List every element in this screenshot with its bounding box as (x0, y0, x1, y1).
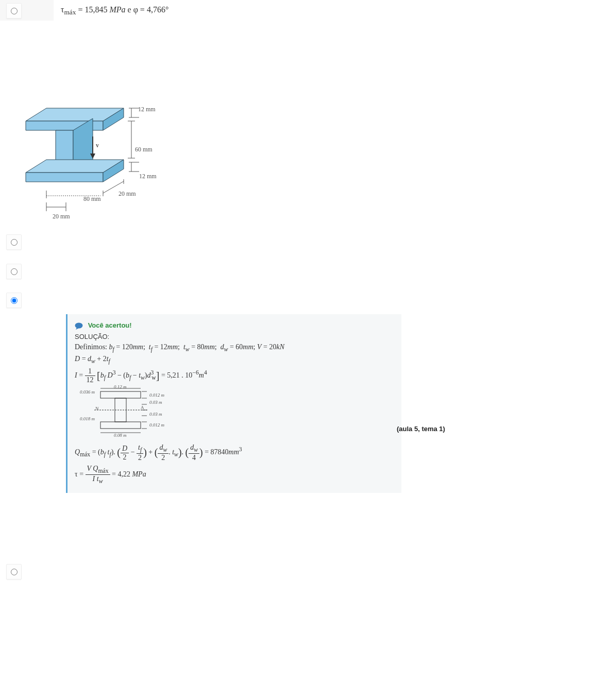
svg-rect-21 (100, 422, 141, 429)
dim-20mm-right: 20 mm (119, 190, 136, 198)
feedback-panel: Você acertou! SOLUÇÃO: Definimos: bf = 1… (66, 314, 401, 493)
dim-60mm: 60 mm (135, 146, 153, 153)
solution-line-I: I = 112 [bf D3 − (bf − tw)d3w] = 5,21 . … (75, 367, 394, 384)
mini-label-N: N (95, 406, 99, 411)
mini-dim-bottom: 0.08 m (114, 433, 127, 438)
dim-12mm-top: 12 mm (138, 106, 156, 113)
option-1-text: τmáx = 15,845 MPa e φ = 4,766° (61, 5, 168, 16)
force-v-label: v (96, 142, 99, 149)
solution-mini-sketch: 0.12 m 0.012 m 0.03 m 0.03 m 0.012 m 0.0… (80, 386, 175, 440)
option-radio-5[interactable] (6, 564, 22, 579)
mini-dim-l2: 0.018 m (80, 416, 95, 421)
side-reference-note: (aula 5, tema 1) (397, 425, 445, 433)
option-radio-3[interactable] (6, 264, 22, 279)
mini-dim-r3: 0.03 m (149, 412, 162, 417)
solution-label: SOLUÇÃO: (75, 333, 394, 340)
solution-definitions: Definimos: bf = 120mm; tf = 12mm; tw = 8… (75, 343, 394, 353)
i-beam-diagram: 12 mm 60 mm 12 mm 20 mm 80 mm 20 mm v (15, 90, 160, 224)
option-radio-4-selected[interactable] (6, 293, 22, 308)
option-radio-2[interactable] (6, 234, 22, 250)
mini-dim-l1: 0.036 m (80, 389, 95, 395)
mini-dim-r1: 0.012 m (149, 392, 164, 398)
solution-I-result: = 5,21 . 10−6m4 (161, 371, 207, 379)
mini-dim-r4: 0.012 m (149, 422, 164, 428)
tau-formula: τmáx = 15,845 MPa e φ = 4,766° (61, 5, 168, 14)
speech-bubble-icon (75, 322, 84, 330)
dim-20mm-left: 20 mm (53, 213, 70, 220)
dim-80mm: 80 mm (83, 195, 101, 203)
feedback-correct-row: Você acertou! (75, 321, 394, 330)
solution-line-D: D = dw + 2tf (75, 355, 394, 365)
solution-line-tau: τ = V QmáxI tw = 4,22 MPa (75, 465, 394, 485)
option-radio-1[interactable] (6, 3, 22, 19)
svg-point-18 (75, 322, 83, 328)
mini-dim-r2: 0.03 m (149, 400, 162, 405)
mini-dim-top: 0.12 m (114, 384, 127, 389)
mini-label-A: A (141, 405, 144, 410)
solution-Q-result: = 87840mm3 (205, 448, 242, 456)
solution-line-Q: Qmáx = (bf tf). (D2 − tf2) + (dw2. tw). … (75, 443, 394, 462)
dim-12mm-bot: 12 mm (139, 173, 157, 180)
feedback-correct-text: Você acertou! (88, 321, 132, 329)
svg-rect-19 (100, 391, 141, 398)
solution-tau-result: = 4,22 MPa (112, 470, 146, 477)
